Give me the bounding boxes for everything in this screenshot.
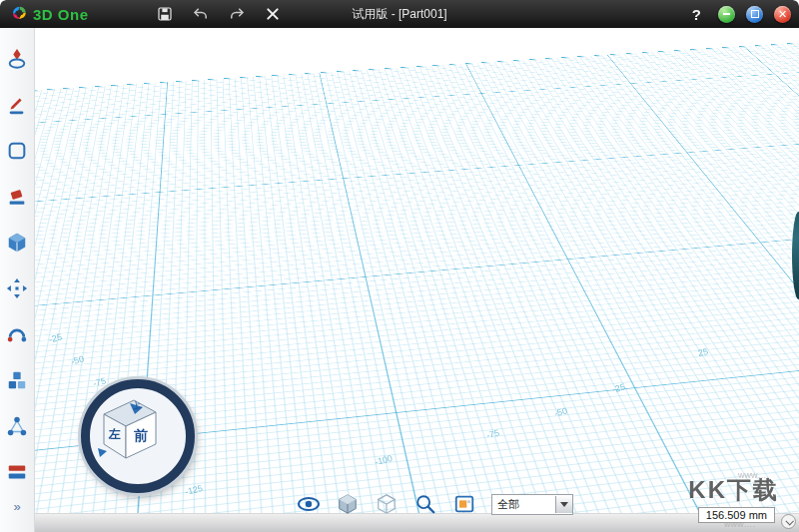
solid-feature-icon[interactable] bbox=[4, 230, 30, 256]
document-title: 试用版 - [Part001] bbox=[0, 6, 799, 23]
selection-filter-dropdown[interactable]: 全部 bbox=[491, 494, 573, 515]
minimize-button[interactable] bbox=[718, 6, 735, 23]
redo-button[interactable] bbox=[226, 3, 248, 25]
maximize-button[interactable] bbox=[746, 6, 763, 23]
chevron-down-icon bbox=[785, 517, 793, 525]
minimize-icon bbox=[723, 13, 730, 15]
tool-sidebar: » bbox=[0, 28, 35, 532]
viewcube-front-label[interactable]: 前 bbox=[134, 427, 148, 443]
app-logo: 3D One bbox=[0, 3, 99, 25]
close-icon: ✕ bbox=[778, 9, 787, 20]
primitive-shapes-icon[interactable] bbox=[4, 46, 30, 72]
selection-filter-value: 全部 bbox=[492, 497, 555, 512]
wireframe-view-icon[interactable] bbox=[375, 492, 399, 516]
sketch-plane-icon[interactable] bbox=[4, 138, 30, 164]
scroll-down-button[interactable] bbox=[781, 514, 796, 529]
zoom-icon[interactable] bbox=[413, 492, 437, 516]
shaded-view-icon[interactable] bbox=[336, 492, 360, 516]
site-watermark: KK下载 bbox=[688, 474, 779, 506]
maximize-icon bbox=[751, 10, 759, 18]
app-logo-text: 3D One bbox=[33, 6, 89, 23]
dropdown-arrow-button[interactable] bbox=[555, 496, 572, 513]
view-cube[interactable]: 上 左 前 bbox=[81, 379, 195, 493]
right-panel-handle[interactable] bbox=[792, 212, 799, 299]
assembly-icon[interactable] bbox=[4, 367, 30, 393]
help-button[interactable]: ? bbox=[692, 6, 701, 23]
viewport-canvas[interactable]: -25-50-75-125-100-75-50-2525 上 左 前 bbox=[35, 28, 799, 532]
sidebar-expand-button[interactable]: » bbox=[13, 499, 20, 514]
grid-measurement-readout: 156.509 mm bbox=[698, 507, 775, 523]
render-mode-icon[interactable] bbox=[452, 492, 476, 516]
erase-icon[interactable] bbox=[4, 184, 30, 210]
viewcube-top-label[interactable]: 上 bbox=[131, 399, 142, 411]
bend-icon[interactable] bbox=[4, 321, 30, 347]
measure-icon[interactable] bbox=[4, 459, 30, 485]
close-document-button[interactable] bbox=[262, 3, 284, 25]
chevron-down-icon bbox=[560, 502, 568, 507]
window-controls: ? ✕ bbox=[692, 0, 791, 28]
app-logo-icon bbox=[10, 3, 28, 25]
undo-button[interactable] bbox=[190, 3, 212, 25]
titlebar-tools bbox=[154, 3, 284, 25]
move-icon[interactable] bbox=[4, 275, 30, 301]
display-toolbar: 全部 bbox=[297, 492, 573, 516]
group-icon[interactable] bbox=[4, 413, 30, 439]
app-window: 3D One bbox=[0, 0, 799, 532]
close-window-button[interactable]: ✕ bbox=[774, 6, 791, 23]
visibility-eye-icon[interactable] bbox=[297, 492, 321, 516]
sketch-draw-icon[interactable] bbox=[4, 92, 30, 118]
viewcube-left-label[interactable]: 左 bbox=[108, 427, 121, 441]
titlebar: 3D One bbox=[0, 0, 799, 28]
save-button[interactable] bbox=[154, 3, 176, 25]
